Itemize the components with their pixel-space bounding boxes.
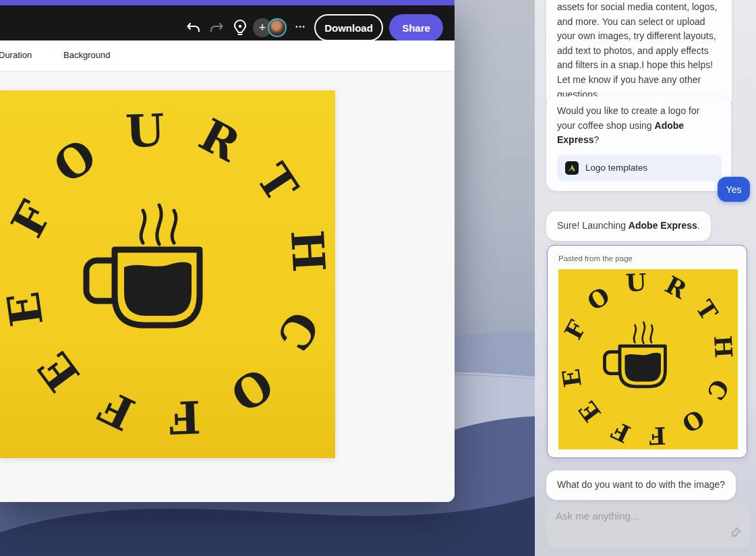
background-button[interactable]: Background xyxy=(63,50,110,60)
coffee-cup-icon xyxy=(86,205,200,325)
copilot-panel: assets for social media content, logos, … xyxy=(535,0,756,556)
bot-message-capabilities: assets for social media content, logos, … xyxy=(546,0,732,109)
pin-icon[interactable] xyxy=(730,526,742,541)
logo-artboard[interactable]: FOURTH COFFEE xyxy=(0,90,335,458)
offer-text-end: ? xyxy=(593,134,599,145)
chat-input[interactable] xyxy=(546,503,750,548)
launch-text: Sure! Launching xyxy=(557,220,629,231)
undo-icon xyxy=(185,20,202,36)
fourth-coffee-logo: FOURTH COFFEE xyxy=(0,90,335,458)
launch-app-name: Adobe Express xyxy=(629,220,697,231)
undo-button[interactable] xyxy=(183,18,204,38)
logo-templates-chip[interactable]: Logo templates xyxy=(557,155,722,182)
redo-icon xyxy=(208,20,225,36)
bot-message-text: assets for social media content, logos, … xyxy=(557,1,717,100)
canvas-area: FOURTH COFFEE xyxy=(0,72,455,502)
bot-message-question: What do you want to do with the image? xyxy=(546,470,736,500)
download-button[interactable]: Download xyxy=(314,14,383,41)
chip-label: Logo templates xyxy=(585,163,647,173)
question-text: What do you want to do with the image? xyxy=(557,479,725,490)
coffee-cup-icon xyxy=(605,323,666,387)
express-toolbar: Duration Background ••• 100%⌄ 3 ‹ 1 › xyxy=(0,40,455,72)
more-options-button[interactable]: ••• xyxy=(292,18,310,36)
adobe-express-icon xyxy=(565,161,579,175)
user-avatar[interactable] xyxy=(268,18,287,37)
fourth-coffee-logo-thumb: FOURTH COFFEE xyxy=(558,269,738,449)
lightbulb-icon xyxy=(233,19,248,36)
bot-message-offer: Would you like to create a logo for your… xyxy=(546,96,731,191)
bot-message-launch: Sure! Launching Adobe Express. xyxy=(546,211,711,241)
express-titlebar: + ••• Download Share xyxy=(0,5,455,40)
pasted-image-card: Pasted from the page FOURTH COFFEE xyxy=(547,245,747,458)
pasted-card-label: Pasted from the page xyxy=(558,254,633,262)
launch-text-end: . xyxy=(697,220,700,231)
window-accent-strip xyxy=(0,0,455,5)
share-button[interactable]: Share xyxy=(389,14,443,41)
redo-button[interactable] xyxy=(206,18,227,38)
user-yes-message: Yes xyxy=(718,177,750,202)
chat-input-container xyxy=(546,503,750,548)
ideas-button[interactable] xyxy=(231,17,250,38)
adobe-express-window: + ••• Download Share Duration Background… xyxy=(0,0,455,502)
pasted-logo-thumbnail: FOURTH COFFEE xyxy=(558,269,738,449)
ellipsis-icon: ••• xyxy=(295,24,306,30)
duration-button[interactable]: Duration xyxy=(0,50,32,60)
